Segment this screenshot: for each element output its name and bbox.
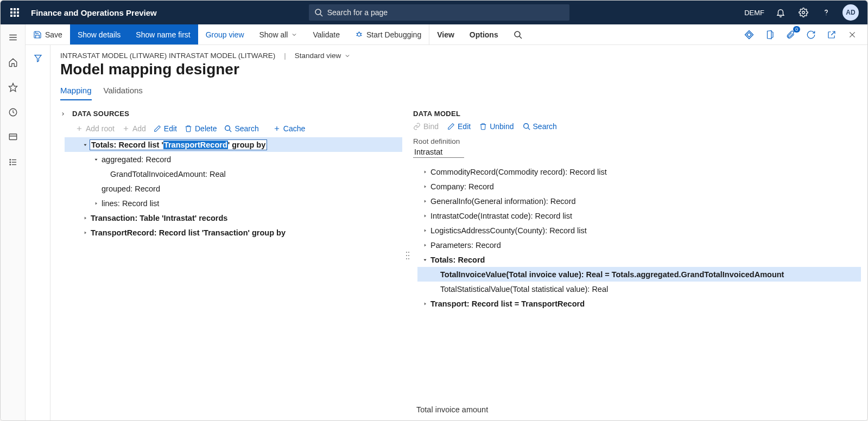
- chevron-down-icon: [93, 157, 99, 162]
- svg-point-4: [826, 15, 826, 15]
- svg-point-18: [357, 33, 360, 36]
- modules-button[interactable]: [3, 152, 23, 172]
- dm-node-totalinvoicevalue[interactable]: TotalInvoiceValue(Total invoice value): …: [417, 267, 861, 282]
- tree-node-lines[interactable]: lines: Record list: [65, 196, 402, 210]
- svg-marker-43: [85, 231, 86, 234]
- svg-marker-42: [85, 216, 86, 219]
- office-action-button[interactable]: [763, 28, 776, 41]
- page-title: Model mapping designer: [60, 61, 867, 78]
- svg-line-25: [519, 36, 522, 39]
- view-selector[interactable]: Standard view: [295, 52, 351, 60]
- tree-node-transportrecord[interactable]: TransportRecord: Record list 'Transactio…: [65, 225, 402, 240]
- dm-node-intrastatcode[interactable]: IntrastatCode(Intrastat code): Record li…: [417, 208, 861, 223]
- plus-icon: [273, 125, 281, 132]
- home-button[interactable]: [3, 53, 23, 72]
- popout-button[interactable]: [825, 28, 838, 41]
- tree-node-transaction[interactable]: Transaction: Table 'Intrastat' records: [65, 210, 402, 225]
- link-icon: [413, 123, 421, 130]
- start-debugging-button[interactable]: Start Debugging: [347, 24, 429, 44]
- star-icon: [8, 82, 18, 92]
- help-button[interactable]: [820, 6, 833, 19]
- global-search-input[interactable]: Search for a page: [309, 4, 569, 21]
- dm-node-totalstatistical[interactable]: TotalStatisticalValue(Total statistical …: [417, 282, 861, 296]
- user-avatar[interactable]: AD: [842, 4, 859, 21]
- chevron-down-icon: [344, 53, 351, 59]
- view-button[interactable]: View: [429, 24, 462, 44]
- chevron-down-icon: [422, 257, 428, 263]
- refresh-button[interactable]: [804, 28, 818, 41]
- close-icon: [848, 30, 857, 39]
- expand-collapse-data-sources[interactable]: [60, 111, 68, 117]
- tree-node-aggregated[interactable]: aggregated: Record: [65, 152, 402, 167]
- tree-node-grandtotal[interactable]: GrandTotalInvoicedAmount: Real: [65, 167, 402, 181]
- show-all-label: Show all: [259, 30, 288, 39]
- root-definition-value[interactable]: Intrastat: [413, 146, 464, 158]
- settings-button[interactable]: [797, 6, 810, 19]
- search-icon: [224, 125, 232, 132]
- chevron-right-icon: [93, 201, 99, 206]
- notifications-button[interactable]: [774, 6, 787, 19]
- app-title: Finance and Operations Preview: [31, 8, 157, 17]
- options-button[interactable]: Options: [462, 24, 506, 44]
- dm-edit-button[interactable]: Edit: [447, 122, 471, 131]
- show-name-first-button[interactable]: Show name first: [128, 24, 198, 44]
- action-bar: Save Show details Show name first Group …: [26, 24, 867, 45]
- delete-button[interactable]: Delete: [185, 124, 217, 133]
- hamburger-button[interactable]: [3, 28, 23, 47]
- group-view-button[interactable]: Group view: [198, 24, 252, 44]
- unbind-button[interactable]: Unbind: [479, 122, 514, 131]
- dm-search-button[interactable]: Search: [523, 122, 557, 131]
- tree-node-totals[interactable]: Totals: Record list 'TransportRecord' gr…: [65, 137, 402, 152]
- dm-node-commodity[interactable]: CommodityRecord(Commodity record): Recor…: [417, 164, 861, 179]
- hamburger-icon: [8, 33, 18, 42]
- pencil-icon: [154, 125, 161, 132]
- dm-node-parameters[interactable]: Parameters: Record: [417, 238, 861, 252]
- dm-node-totals[interactable]: Totals: Record: [417, 252, 861, 267]
- filter-button[interactable]: [28, 48, 48, 68]
- app-launcher-button[interactable]: [6, 8, 23, 17]
- dm-node-logistics[interactable]: LogisticsAddressCounty(County): Record l…: [417, 223, 861, 238]
- search-placeholder: Search for a page: [327, 8, 388, 17]
- tree-node-grouped[interactable]: grouped: Record: [65, 181, 402, 196]
- question-icon: [821, 8, 831, 17]
- chevron-right-icon: [83, 215, 88, 221]
- svg-marker-58: [424, 259, 427, 260]
- svg-rect-46: [406, 255, 407, 256]
- close-button[interactable]: [846, 28, 859, 41]
- favorites-button[interactable]: [3, 78, 23, 97]
- chevron-right-icon: [422, 213, 428, 219]
- attachments-count: 0: [793, 26, 800, 33]
- chevron-right-icon: [422, 228, 428, 233]
- view-name-label: Standard view: [295, 52, 341, 60]
- tab-mapping[interactable]: Mapping: [60, 86, 92, 100]
- tab-validations[interactable]: Validations: [104, 86, 143, 100]
- cache-button[interactable]: Cache: [273, 124, 305, 133]
- diamond-action-button[interactable]: [743, 28, 756, 41]
- left-nav-rail: [1, 24, 26, 420]
- dm-node-generalinfo[interactable]: GeneralInfo(General information): Record: [417, 194, 861, 208]
- attachments-button[interactable]: 0: [784, 28, 797, 41]
- svg-marker-41: [96, 202, 97, 205]
- show-details-button[interactable]: Show details: [70, 24, 128, 44]
- edit-button[interactable]: Edit: [154, 124, 177, 133]
- svg-rect-49: [408, 258, 409, 259]
- dm-node-company[interactable]: Company: Record: [417, 179, 861, 194]
- actionbar-search-button[interactable]: [506, 24, 530, 44]
- dm-node-transport[interactable]: Transport: Record list = TransportRecord: [417, 296, 861, 311]
- svg-marker-52: [425, 170, 426, 173]
- popout-icon: [827, 30, 837, 40]
- trash-icon: [185, 125, 192, 132]
- save-button[interactable]: Save: [26, 24, 70, 44]
- svg-marker-59: [425, 302, 426, 305]
- company-code[interactable]: DEMF: [744, 9, 764, 17]
- svg-line-23: [361, 35, 362, 36]
- workspaces-button[interactable]: [3, 127, 23, 147]
- recent-button[interactable]: [3, 103, 23, 122]
- svg-line-22: [356, 35, 357, 36]
- search-ds-button[interactable]: Search: [224, 124, 258, 133]
- show-all-dropdown[interactable]: Show all: [252, 24, 306, 44]
- validate-button[interactable]: Validate: [305, 24, 347, 44]
- svg-marker-8: [9, 84, 17, 92]
- panel-splitter[interactable]: [402, 110, 413, 420]
- data-model-tree: CommodityRecord(Commodity record): Recor…: [417, 164, 861, 311]
